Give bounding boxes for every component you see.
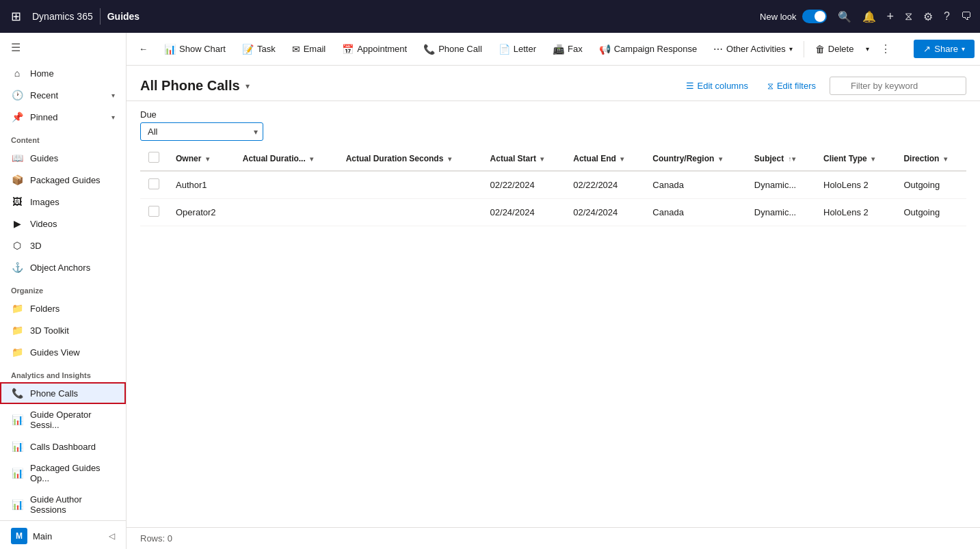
- due-filter: Due All Overdue Due Today Due This Week …: [127, 101, 980, 141]
- sidebar-item-recent[interactable]: 🕐 Recent ▾: [0, 84, 126, 106]
- content-area: All Phone Calls ▾ ☰ Edit columns ⧖ Edit …: [127, 66, 980, 527]
- task-label: Task: [257, 44, 276, 54]
- col-sort-owner: ▾: [206, 155, 209, 163]
- col-header-actual-duration-seconds[interactable]: Actual Duration Seconds ▾: [338, 146, 482, 171]
- main-icon: M: [11, 528, 27, 544]
- col-header-subject[interactable]: Subject ↑▾: [746, 146, 815, 171]
- filter-icon[interactable]: ⧖: [905, 10, 912, 23]
- help-icon[interactable]: ?: [944, 10, 950, 23]
- table-row[interactable]: Author1 02/22/2024 02/22/2024 Canada Dyn…: [140, 171, 966, 199]
- show-chart-button[interactable]: 📊 Show Chart: [157, 40, 233, 59]
- toolkit-icon: 📁: [11, 325, 23, 336]
- campaign-response-button[interactable]: 📢 Campaign Response: [592, 40, 704, 59]
- sidebar-item-guide-author-sessions[interactable]: 📊 Guide Author Sessions: [0, 489, 126, 520]
- col-header-actual-duration[interactable]: Actual Duratio... ▾: [235, 146, 338, 171]
- sidebar-item-videos[interactable]: ▶ Videos: [0, 213, 126, 235]
- bell-icon[interactable]: 🔔: [862, 10, 876, 23]
- row-0-owner: Author1: [168, 171, 235, 199]
- phone-call-button[interactable]: 📞 Phone Call: [416, 40, 489, 59]
- select-all-checkbox-header[interactable]: [140, 146, 168, 171]
- topbar-divider: [100, 8, 101, 25]
- select-all-checkbox[interactable]: [148, 152, 159, 163]
- col-header-country-region[interactable]: Country/Region ▾: [644, 146, 745, 171]
- main-arrow: ◁: [109, 531, 115, 541]
- delete-button[interactable]: 🗑 Delete: [808, 40, 861, 59]
- col-header-actual-start[interactable]: Actual Start ▾: [482, 146, 566, 171]
- letter-button[interactable]: 📄 Letter: [492, 40, 543, 59]
- filter-input[interactable]: [830, 77, 966, 95]
- layout: ☰ ⌂ Home 🕐 Recent ▾ 📌 Pinned ▾ Content 📖…: [0, 33, 980, 549]
- row-0-checkbox[interactable]: [140, 171, 168, 199]
- table-row[interactable]: Operator2 02/24/2024 02/24/2024 Canada D…: [140, 199, 966, 226]
- filter-wrapper: 🔍: [830, 77, 966, 95]
- row-1-actual-start: 02/24/2024: [482, 199, 566, 226]
- edit-columns-button[interactable]: ☰ Edit columns: [680, 78, 754, 94]
- search-icon[interactable]: 🔍: [838, 10, 851, 23]
- delete-dropdown-button[interactable]: ▾: [863, 41, 872, 57]
- sidebar-item-guides[interactable]: 📖 Guides: [0, 147, 126, 169]
- sidebar-item-images[interactable]: 🖼 Images: [0, 191, 126, 213]
- sidebar-item-guides-view[interactable]: 📁 Guides View: [0, 341, 126, 363]
- fax-button[interactable]: 📠 Fax: [546, 40, 590, 59]
- row-0-client-type: HoloLens 2: [815, 171, 895, 199]
- edit-columns-label: Edit columns: [698, 81, 748, 91]
- sidebar-item-packaged-guides[interactable]: 📦 Packaged Guides: [0, 169, 126, 191]
- sidebar-collapse-button[interactable]: ☰: [0, 33, 126, 62]
- due-select[interactable]: All Overdue Due Today Due This Week: [140, 122, 263, 141]
- sidebar-item-calls-dashboard[interactable]: 📊 Calls Dashboard: [0, 436, 126, 457]
- more-options-button[interactable]: ⋮: [875, 38, 897, 59]
- row-0-actual-end: 02/22/2024: [565, 171, 644, 199]
- task-button[interactable]: 📝 Task: [235, 40, 282, 59]
- sidebar-item-pinned[interactable]: 📌 Pinned ▾: [0, 106, 126, 128]
- main-nav-item[interactable]: M Main ◁: [0, 520, 126, 549]
- sidebar-item-folders[interactable]: 📁 Folders: [0, 297, 126, 319]
- other-activities-icon: ⋯: [713, 44, 723, 55]
- other-activities-button[interactable]: ⋯ Other Activities ▾: [706, 40, 799, 59]
- col-label-country-region: Country/Region: [652, 154, 714, 163]
- new-look-toggle: New look: [760, 10, 826, 23]
- share-button[interactable]: ↗ Share ▾: [914, 40, 975, 58]
- delete-label: Delete: [828, 44, 854, 54]
- sidebar-label-videos: Videos: [30, 219, 115, 229]
- sidebar-label-packaged-guides-op: Packaged Guides Op...: [30, 463, 115, 483]
- sidebar-item-3d-toolkit[interactable]: 📁 3D Toolkit: [0, 319, 126, 341]
- data-table: Owner ▾ Actual Duratio... ▾ Actual Durat…: [140, 146, 966, 226]
- organize-section-label: Organize: [0, 278, 126, 297]
- col-label-subject: Subject: [754, 154, 784, 163]
- view-title-dropdown[interactable]: ▾: [246, 81, 250, 91]
- col-header-actual-end[interactable]: Actual End ▾: [565, 146, 644, 171]
- sidebar-item-packaged-guides-op[interactable]: 📊 Packaged Guides Op...: [0, 457, 126, 489]
- feedback-icon[interactable]: 🗨: [961, 10, 972, 23]
- row-1-actual-duration: [235, 199, 338, 226]
- col-sort-actual-end: ▾: [620, 155, 624, 163]
- plus-icon[interactable]: +: [887, 10, 895, 24]
- settings-icon[interactable]: ⚙: [923, 10, 933, 23]
- recent-icon: 🕐: [11, 90, 23, 101]
- col-header-owner[interactable]: Owner ▾: [168, 146, 235, 171]
- sidebar-item-guide-operator-sessions[interactable]: 📊 Guide Operator Sessi...: [0, 404, 126, 436]
- edit-filters-button[interactable]: ⧖ Edit filters: [762, 78, 821, 94]
- topbar: ⊞ Dynamics 365 Guides New look 🔍 🔔 + ⧖ ⚙…: [0, 0, 980, 33]
- images-icon: 🖼: [11, 196, 23, 207]
- email-button[interactable]: ✉ Email: [285, 40, 333, 59]
- sidebar-item-home[interactable]: ⌂ Home: [0, 62, 126, 84]
- table-body: Author1 02/22/2024 02/22/2024 Canada Dyn…: [140, 171, 966, 226]
- appointment-button[interactable]: 📅 Appointment: [335, 40, 414, 59]
- view-title: All Phone Calls: [140, 78, 240, 94]
- phone-call-label: Phone Call: [438, 44, 482, 54]
- col-header-direction[interactable]: Direction ▾: [895, 146, 966, 171]
- row-checkbox-1[interactable]: [148, 206, 159, 217]
- row-1-checkbox[interactable]: [140, 199, 168, 226]
- guide-author-sessions-icon: 📊: [11, 499, 23, 510]
- sidebar-item-phone-calls[interactable]: 📞 Phone Calls: [0, 382, 126, 404]
- sidebar-item-object-anchors[interactable]: ⚓ Object Anchors: [0, 256, 126, 278]
- apps-icon[interactable]: ⊞: [8, 6, 24, 27]
- pin-icon: 📌: [11, 111, 23, 122]
- due-label: Due: [140, 109, 966, 120]
- back-button[interactable]: ←: [132, 40, 155, 58]
- col-header-client-type[interactable]: Client Type ▾: [815, 146, 895, 171]
- new-look-switch[interactable]: [802, 10, 827, 23]
- row-checkbox-0[interactable]: [148, 178, 159, 189]
- anchor-icon: ⚓: [11, 262, 23, 273]
- sidebar-item-3d[interactable]: ⬡ 3D: [0, 235, 126, 256]
